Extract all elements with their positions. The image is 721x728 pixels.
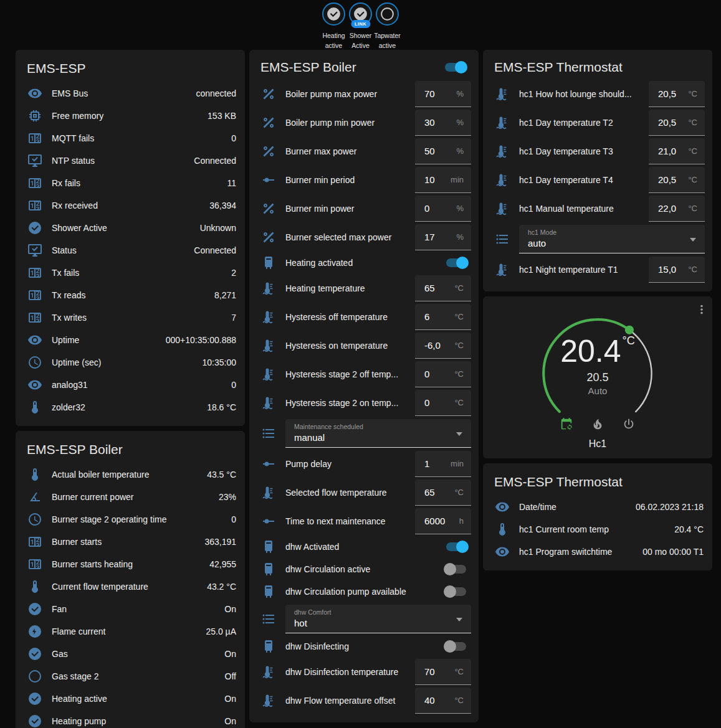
sensor-row-burner-current-power[interactable]: Burner current power23% xyxy=(26,486,237,508)
select-input-dhw-comfort[interactable]: dhw Comforthot xyxy=(285,605,471,633)
check-circle-icon xyxy=(27,646,42,661)
sensor-row-free-memory[interactable]: Free memory153 KB xyxy=(26,105,237,127)
card-header: EMS-ESP Thermostat xyxy=(493,56,705,80)
badge-heating-active[interactable]: Heating active xyxy=(320,2,347,51)
counter-icon xyxy=(27,557,42,572)
row-label: Time to next maintenance xyxy=(285,516,415,526)
sensor-row-heating-pump[interactable]: Heating pumpOn xyxy=(26,710,237,728)
sensor-row-status[interactable]: StatusConnected xyxy=(26,239,237,262)
row-value: Off xyxy=(225,671,237,681)
sensor-row-burner-stage-2-operating-time[interactable]: Burner stage 2 operating time0 xyxy=(26,508,237,531)
badge-shower-active[interactable]: LINKShower Active xyxy=(347,2,374,51)
number-input-pump-delay[interactable]: 1min xyxy=(415,451,471,477)
number-input-hysteresis-stage-2-off-temp[interactable]: 0°C xyxy=(415,361,471,387)
number-unit: % xyxy=(456,232,464,242)
number-row-time-to-next-maintenance: Time to next maintenance6000h xyxy=(259,507,471,536)
sensor-row-ems-bus[interactable]: EMS Busconnected xyxy=(26,82,237,105)
badge-tapwater-active[interactable]: Tapwater active xyxy=(374,2,401,51)
check-circle-icon xyxy=(27,602,42,617)
number-input-hc1-how-hot-lounge-should[interactable]: 20,5°C xyxy=(649,81,705,107)
mode-button-calendar-sync[interactable] xyxy=(560,417,573,433)
number-input-boiler-pump-min-power[interactable]: 30% xyxy=(415,110,471,136)
card-header-toggle[interactable] xyxy=(442,61,467,73)
sensor-row-gas-stage-2[interactable]: Gas stage 2Off xyxy=(26,665,237,688)
thermostat-dial-svg[interactable] xyxy=(534,310,661,415)
sensor-row-uptime-sec[interactable]: Uptime (sec)10:35:00 xyxy=(26,351,237,374)
row-label: hc1 How hot lounge should... xyxy=(519,89,649,99)
number-value: 50 xyxy=(424,146,435,156)
number-input-time-to-next-maintenance[interactable]: 6000h xyxy=(415,508,471,534)
card-ems-esp-boiler-controls: EMS-ESP BoilerBoiler pump max power70%Bo… xyxy=(249,50,479,722)
sensor-row-date-time[interactable]: Date/time06.02.2023 21:18 xyxy=(493,496,705,518)
number-input-hc1-day-temperature-t2[interactable]: 20,5°C xyxy=(649,110,705,136)
number-input-burner-selected-max-power[interactable]: 17% xyxy=(415,224,471,250)
sensor-row-rx-received[interactable]: Rx received36,394 xyxy=(26,194,237,217)
sensor-row-flame-current[interactable]: Flame current25.0 µA xyxy=(26,620,237,643)
row-label: Heating active xyxy=(52,694,224,704)
toggle-switch-dhw-activated[interactable] xyxy=(444,541,469,553)
memory-icon xyxy=(27,108,42,123)
select-input-maintenance-scheduled[interactable]: Maintenance scheduledmanual xyxy=(285,419,471,448)
sensor-row-zolder32[interactable]: zolder3218.6 °C xyxy=(26,396,237,418)
number-input-hysteresis-on-temperature[interactable]: -6,0°C xyxy=(415,333,471,359)
coolant-icon xyxy=(261,367,276,382)
toggle-switch-dhw-circulation-pump-available[interactable] xyxy=(444,585,469,598)
number-row-hc1-day-temperature-t4: hc1 Day temperature T420,5°C xyxy=(493,166,705,194)
sensor-row-hc1-program-switchtime[interactable]: hc1 Program switchtime00 mo 00:00 T1 xyxy=(493,541,705,563)
mode-button-fire[interactable] xyxy=(591,417,604,433)
toggle-switch-dhw-circulation-active[interactable] xyxy=(444,563,469,575)
number-input-hysteresis-off-temperature[interactable]: 6°C xyxy=(415,304,471,330)
number-unit: °C xyxy=(454,312,464,321)
sensor-row-rx-fails[interactable]: Rx fails11 xyxy=(26,172,237,194)
row-label: NTP status xyxy=(52,156,194,166)
sensor-row-current-flow-temperature[interactable]: Current flow temperature43.2 °C xyxy=(26,575,237,598)
number-input-hc1-night-temperature-t1[interactable]: 15,0°C xyxy=(649,257,705,283)
more-options-button[interactable] xyxy=(695,303,709,319)
select-value: auto xyxy=(528,238,686,248)
select-input-hc1-mode[interactable]: hc1 Modeauto xyxy=(519,225,705,253)
number-row-hysteresis-stage-2-off-temp: Hysteresis stage 2 off temp...0°C xyxy=(259,360,471,389)
row-value: 11 xyxy=(227,178,237,188)
sensor-row-tx-writes[interactable]: Tx writes7 xyxy=(26,306,237,329)
sensor-row-mqtt-fails[interactable]: MQTT fails0 xyxy=(26,127,237,149)
sensor-row-tx-fails[interactable]: Tx fails2 xyxy=(26,262,237,284)
row-label: Free memory xyxy=(52,111,208,121)
number-input-boiler-pump-max-power[interactable]: 70% xyxy=(415,81,471,107)
number-input-hysteresis-stage-2-on-temp[interactable]: 0°C xyxy=(415,390,471,416)
row-value: 7 xyxy=(231,313,237,323)
number-unit: °C xyxy=(688,175,697,184)
number-input-hc1-manual-temperature[interactable]: 22,0°C xyxy=(649,196,705,222)
number-input-dhw-flow-temperature-offset[interactable]: 40°C xyxy=(415,688,471,714)
toggle-switch-dhw-disinfecting[interactable] xyxy=(444,640,469,653)
row-label: Burner selected max power xyxy=(285,232,415,242)
sensor-row-uptime[interactable]: Uptime000+10:35:00.888 xyxy=(26,329,237,351)
select-label: dhw Comfort xyxy=(294,608,452,616)
sensor-row-tx-reads[interactable]: Tx reads8,271 xyxy=(26,284,237,306)
number-input-dhw-disinfection-temperature[interactable]: 70°C xyxy=(415,659,471,685)
toggle-switch-heating-activated[interactable] xyxy=(444,257,469,269)
mode-button-power[interactable] xyxy=(622,417,636,433)
sensor-row-ntp-status[interactable]: NTP statusConnected xyxy=(26,149,237,172)
row-label: dhw Activated xyxy=(285,542,444,552)
row-label: Tx fails xyxy=(52,268,231,278)
coolant-icon xyxy=(261,485,276,500)
number-input-burner-max-power[interactable]: 50% xyxy=(415,138,471,164)
number-input-heating-temperature[interactable]: 65°C xyxy=(415,275,471,301)
sensor-row-gas[interactable]: GasOn xyxy=(26,643,237,665)
sensor-row-burner-starts[interactable]: Burner starts363,191 xyxy=(26,531,237,553)
sensor-row-hc1-current-room-temp[interactable]: hc1 Current room temp20.4 °C xyxy=(493,518,705,541)
dial-handle[interactable] xyxy=(625,326,634,334)
sensor-row-analog31[interactable]: analog310 xyxy=(26,374,237,396)
row-value: 8,271 xyxy=(214,290,237,300)
sensor-row-fan[interactable]: FanOn xyxy=(26,598,237,620)
sensor-row-burner-starts-heating[interactable]: Burner starts heating42,955 xyxy=(26,553,237,575)
number-input-selected-flow-temperature[interactable]: 65°C xyxy=(415,480,471,506)
sensor-row-actual-boiler-temperature[interactable]: Actual boiler temperature43.5 °C xyxy=(26,463,237,486)
sensor-row-heating-active[interactable]: Heating activeOn xyxy=(26,688,237,710)
number-input-burner-min-power[interactable]: 0% xyxy=(415,196,471,222)
percent-icon xyxy=(261,230,276,245)
number-input-hc1-day-temperature-t4[interactable]: 20,5°C xyxy=(649,167,705,193)
number-input-hc1-day-temperature-t3[interactable]: 21,0°C xyxy=(649,138,705,164)
number-input-burner-min-period[interactable]: 10min xyxy=(415,167,471,193)
sensor-row-shower-active[interactable]: Shower ActiveUnknown xyxy=(26,217,237,239)
